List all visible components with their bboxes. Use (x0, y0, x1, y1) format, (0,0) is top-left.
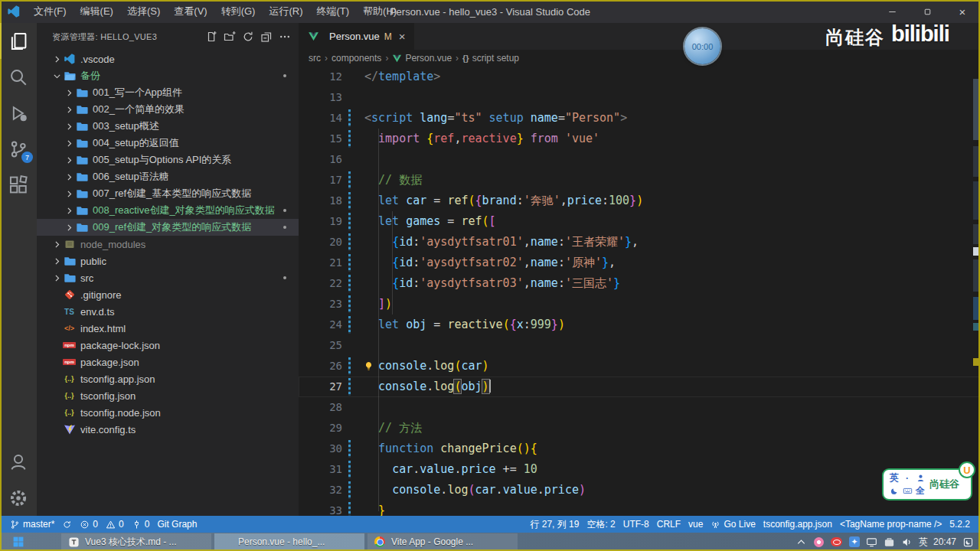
tree-item[interactable]: 001_写一个App组件 (37, 84, 299, 101)
code-line[interactable]: 12</template> (299, 67, 980, 87)
code-line[interactable]: 27 console.log(obj) (299, 377, 980, 397)
code-line[interactable]: 33 } (299, 500, 980, 516)
moon-icon[interactable] (890, 486, 900, 496)
status-item[interactable]: 空格: 2 (583, 518, 619, 531)
chevron-up-icon[interactable] (795, 536, 808, 548)
bag-icon[interactable] (884, 536, 896, 548)
keyboard-icon[interactable] (903, 486, 913, 496)
code-line[interactable]: 26 console.log(car) (299, 356, 980, 377)
activity-search[interactable] (0, 59, 37, 95)
tree-item[interactable]: npmpackage-lock.json (37, 337, 299, 354)
activity-account[interactable] (0, 444, 37, 480)
tray-text[interactable]: 英 (919, 536, 928, 548)
code-line[interactable]: 24 let obj = reactive({x:999}) (299, 315, 980, 335)
code-line[interactable]: 21 {id:'aysdytfsatr02',name:'原神'}, (299, 253, 980, 273)
menu-item[interactable]: 查看(V) (167, 0, 214, 23)
code-line[interactable]: 18 let car = ref({brand:'奔驰',price:100}) (299, 191, 980, 211)
menu-item[interactable]: 编辑(E) (74, 0, 120, 23)
notification-icon[interactable] (962, 536, 974, 548)
new-folder-icon[interactable] (224, 31, 236, 43)
tree-item[interactable]: .gitignore (37, 286, 299, 303)
code-line[interactable]: 19 let games = ref([ (299, 211, 980, 232)
code-line[interactable]: 13 (299, 87, 980, 108)
taskbar-app[interactable]: Person.vue - hello_... (214, 533, 364, 550)
minimize-button[interactable] (874, 0, 910, 23)
activity-explorer[interactable] (0, 23, 37, 59)
status-item[interactable]: Git Graph (153, 519, 201, 530)
tree-item[interactable]: vite.config.ts (37, 421, 299, 438)
breadcrumb-item[interactable]: Person.vue (392, 53, 452, 64)
collapse-all-icon[interactable] (260, 31, 273, 43)
tray-text[interactable]: 20:47 (933, 536, 956, 548)
menu-item[interactable]: 终端(T) (309, 0, 356, 23)
status-item[interactable]: 0 (76, 519, 102, 530)
code-line[interactable]: 17 // 数据 (299, 170, 980, 191)
activity-run-debug[interactable] (0, 95, 37, 131)
maximize-button[interactable] (910, 0, 945, 23)
ime-toolbar[interactable]: 英·全 尚硅谷 U (882, 468, 972, 500)
activity-extensions[interactable] (0, 167, 37, 203)
status-item[interactable]: Go Live (707, 518, 759, 531)
tree-item[interactable]: public (37, 253, 299, 269)
tree-item[interactable]: src (37, 269, 299, 286)
status-item[interactable]: 0 (128, 519, 154, 530)
code-line[interactable]: 22 {id:'aysdytfsatr03',name:'三国志'} (299, 273, 980, 294)
breadcrumb-item[interactable]: src (309, 53, 321, 64)
status-item[interactable]: tsconfig.app.json (760, 518, 836, 531)
speaker-icon[interactable] (901, 536, 913, 548)
code-line[interactable]: 32 console.log(car.value.price) (299, 480, 980, 500)
tree-item[interactable]: 003_setup概述 (37, 118, 299, 135)
menu-item[interactable]: 转到(G) (214, 0, 263, 23)
ime-mode-label[interactable]: 全 (916, 484, 925, 497)
tab-close-icon[interactable]: × (399, 31, 406, 42)
code-area[interactable]: 12</template>1314<script lang="ts" setup… (299, 67, 980, 516)
code-line[interactable]: 25 (299, 335, 980, 356)
tree-item[interactable]: node_modules (37, 236, 299, 253)
breadcrumb-item[interactable]: components (332, 53, 381, 64)
tree-item[interactable]: {..}tsconfig.app.json (37, 370, 299, 387)
tree-item[interactable]: 008_reactive创建_对象类型的响应式数据 (37, 202, 299, 219)
start-button[interactable] (6, 533, 31, 550)
tree-item[interactable]: 009_ref创建_对象类型的响应式数据 (37, 219, 299, 236)
activity-settings[interactable] (0, 480, 37, 516)
more-icon[interactable] (279, 31, 291, 43)
status-item[interactable]: CRLF (653, 518, 684, 531)
menu-item[interactable]: 文件(F) (27, 0, 74, 23)
ime-lang-label[interactable]: 英 (890, 471, 899, 484)
tree-item[interactable]: 006_setup语法糖 (37, 168, 299, 185)
ime-dot[interactable]: · (906, 473, 909, 484)
code-line[interactable]: 28 (299, 397, 980, 418)
menu-item[interactable]: 选择(S) (120, 0, 167, 23)
tree-item[interactable]: npmpackage.json (37, 354, 299, 370)
tree-item[interactable]: <​/>index.html (37, 320, 299, 337)
tree-item[interactable]: .vscode (37, 51, 299, 67)
status-item[interactable]: 行 27, 列 19 (526, 518, 583, 531)
code-line[interactable]: 16 (299, 149, 980, 170)
person-icon[interactable] (916, 473, 926, 483)
status-item[interactable]: vue (684, 518, 707, 531)
status-item[interactable]: 5.2.2 (946, 518, 974, 531)
tree-item[interactable]: {..}tsconfig.json (37, 387, 299, 404)
blue-app-icon[interactable]: ✦ (848, 536, 861, 548)
code-line[interactable]: 30 function changePrice(){ (299, 439, 980, 459)
activity-source-control[interactable]: 7 (0, 131, 37, 167)
code-line[interactable]: 31 car.value.price += 10 (299, 459, 980, 480)
tree-item[interactable]: TSenv.d.ts (37, 303, 299, 320)
flower-icon[interactable] (813, 536, 825, 548)
tree-item[interactable]: 备份 (37, 67, 299, 84)
tree-item[interactable]: 002_一个简单的效果 (37, 101, 299, 118)
tree-item[interactable]: 004_setup的返回值 (37, 135, 299, 152)
status-item[interactable] (58, 519, 76, 530)
taskbar-app[interactable]: Vite App - Google ... (368, 533, 518, 550)
close-button[interactable]: × (945, 0, 980, 23)
status-item[interactable]: <TagName prop-name /> (836, 518, 946, 531)
monitor-icon[interactable] (866, 536, 878, 548)
tab-person-vue[interactable]: Person.vue M × (299, 23, 414, 50)
status-item[interactable]: UTF-8 (619, 518, 653, 531)
new-file-icon[interactable] (205, 31, 217, 43)
lightbulb-icon[interactable] (363, 360, 374, 372)
tree-item[interactable]: {..}tsconfig.node.json (37, 404, 299, 421)
code-line[interactable]: 14<script lang="ts" setup name="Person"> (299, 108, 980, 129)
code-line[interactable]: 23 ]) (299, 294, 980, 315)
refresh-icon[interactable] (242, 31, 254, 43)
